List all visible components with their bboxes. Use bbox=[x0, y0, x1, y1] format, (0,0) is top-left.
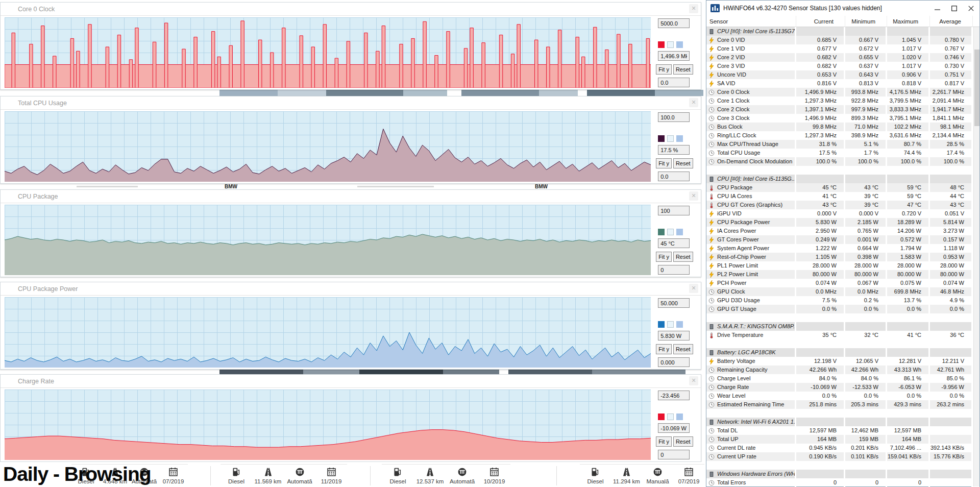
sensor-row[interactable]: Current UP rate0.190 KB/s0.101 KB/s159.0… bbox=[706, 452, 979, 461]
column-average[interactable]: Average bbox=[930, 16, 973, 27]
series-color-swatch[interactable] bbox=[658, 321, 665, 328]
close-icon[interactable]: × bbox=[689, 284, 698, 293]
sensor-row[interactable]: Bus Clock99.8 MHz71.0 MHz102.2 MHz98.1 M… bbox=[706, 123, 979, 131]
reset-button[interactable]: Reset bbox=[673, 436, 693, 447]
sensor-row[interactable]: Drive Temperature35 °C32 °C41 °C36 °C bbox=[706, 331, 979, 339]
sensor-row[interactable]: Core 1 Clock1,297.3 MHz922.8 MHz3,799.5 … bbox=[706, 96, 979, 105]
sensor-row[interactable]: Total UP164 MB159 MB164 MB bbox=[706, 435, 979, 444]
sensor-row[interactable]: Core 2 VID0.682 V0.655 V1.020 V0.746 V bbox=[706, 53, 979, 62]
sensor-row[interactable]: Wear Level0.0 %0.0 %0.0 %0.0 % bbox=[706, 392, 979, 400]
graph-title-bar[interactable]: Total CPU Usage × bbox=[1, 96, 701, 110]
table-header-row[interactable]: Sensor Current Minimum Maximum Average bbox=[706, 16, 979, 27]
background-color-swatch[interactable] bbox=[667, 321, 674, 328]
section-header-row[interactable]: CPU [#0]: Intel Core i5-1135G... bbox=[706, 175, 979, 183]
sensor-row[interactable]: iGPU VID0.000 V0.000 V0.720 V0.051 V bbox=[706, 209, 979, 218]
series-color-swatch[interactable] bbox=[658, 413, 665, 420]
sensor-row[interactable]: CPU GT Cores (Graphics)43 °C39 °C47 °C43… bbox=[706, 201, 979, 209]
sensor-row[interactable]: CPU IA Cores41 °C39 °C59 °C44 °C bbox=[706, 192, 979, 201]
column-sensor[interactable]: Sensor bbox=[706, 16, 796, 27]
graph-title-bar[interactable]: CPU Package × bbox=[1, 190, 701, 203]
sensor-row[interactable]: PL1 Power Limit28.000 W28.000 W28.000 W2… bbox=[706, 261, 979, 270]
grid-color-swatch[interactable] bbox=[676, 321, 683, 328]
graph-title-bar[interactable]: Charge Rate × bbox=[1, 375, 701, 388]
sensor-row[interactable]: Core 1 VID0.677 V0.672 V1.017 V0.767 V bbox=[706, 44, 979, 53]
scrollbar-thumb[interactable] bbox=[974, 50, 979, 126]
sensor-row[interactable]: Ring/LLC Clock1,297.3 MHz398.9 MHz3,631.… bbox=[706, 131, 979, 140]
sensor-row[interactable]: Charge Level84.0 %84.0 %86.1 %85.0 % bbox=[706, 374, 979, 383]
sensor-row[interactable]: GT Cores Power0.249 W0.001 W0.572 W0.157… bbox=[706, 235, 979, 244]
reset-button[interactable]: Reset bbox=[673, 158, 693, 168]
sensor-row[interactable]: CPU Package Power5.830 W2.185 W18.289 W5… bbox=[706, 218, 979, 227]
section-header-row[interactable]: CPU [#0]: Intel Core i5-1135G7 bbox=[706, 27, 979, 36]
sensor-row[interactable]: GPU D3D Usage7.5 %0.2 %13.7 %4.9 % bbox=[706, 296, 979, 305]
sensor-row[interactable]: Core 0 Clock1,496.9 MHz993.8 MHz4,176.5 … bbox=[706, 88, 979, 96]
current-value-input[interactable] bbox=[658, 331, 690, 340]
sensor-row[interactable]: Charge Rate-10.069 W-12.533 W-6.053 W-9.… bbox=[706, 383, 979, 392]
scale-min-input[interactable] bbox=[658, 265, 690, 275]
sensor-row[interactable]: System Agent Power1.222 W0.664 W1.794 W1… bbox=[706, 244, 979, 253]
car-listing-specs[interactable]: Diesel11.569 kmAutomată11/2019 bbox=[220, 464, 347, 486]
grid-color-swatch[interactable] bbox=[676, 135, 683, 142]
column-minimum[interactable]: Minimum bbox=[845, 16, 887, 27]
sensor-row[interactable]: Current DL rate0.945 KB/s0.201 KB/s7,102… bbox=[706, 444, 979, 452]
sensor-row[interactable]: On-Demand Clock Modulation100.0 %100.0 %… bbox=[706, 157, 979, 166]
graph-title-bar[interactable]: Core 0 Clock × bbox=[1, 3, 701, 16]
sensor-row[interactable]: Rest-of-Chip Power1.105 W0.398 W1.583 W0… bbox=[706, 253, 979, 261]
sensor-row[interactable]: Total DL12,597 MB12,462 MB12,597 MB bbox=[706, 426, 979, 435]
column-maximum[interactable]: Maximum bbox=[887, 16, 930, 27]
reset-button[interactable]: Reset bbox=[673, 64, 693, 75]
sensor-row[interactable]: Battery Voltage12.198 V12.065 V12.281 V1… bbox=[706, 357, 979, 366]
sensor-row[interactable]: Estimated Remaining Time251.8 mins205.3 … bbox=[706, 400, 979, 409]
car-listing-specs[interactable]: Diesel11.294 kmManuală07/2019 bbox=[580, 464, 704, 486]
background-color-swatch[interactable] bbox=[667, 229, 674, 235]
minimize-button[interactable] bbox=[929, 1, 946, 16]
close-icon[interactable]: × bbox=[689, 376, 698, 385]
grid-color-swatch[interactable] bbox=[676, 41, 683, 48]
sensor-row[interactable]: SA VID0.816 V0.813 V0.818 V0.817 V bbox=[706, 79, 979, 88]
reset-button[interactable]: Reset bbox=[673, 252, 693, 262]
scale-max-input[interactable] bbox=[658, 206, 690, 215]
section-header-row[interactable]: Network: Intel Wi-Fi 6 AX201 1... bbox=[706, 418, 979, 426]
sensor-row[interactable]: GPU GT Usage0.0 %0.0 %0.0 %0.0 % bbox=[706, 305, 979, 313]
sensor-row[interactable]: Uncore VID0.653 V0.643 V0.906 V0.751 V bbox=[706, 70, 979, 79]
sensor-row[interactable]: Core 3 Clock1,496.9 MHz899.3 MHz3,795.1 … bbox=[706, 114, 979, 123]
background-color-swatch[interactable] bbox=[667, 135, 674, 142]
sensor-row[interactable]: Total Errors000 bbox=[706, 478, 979, 487]
scale-min-input[interactable] bbox=[658, 78, 690, 87]
sensor-row[interactable]: Max CPU/Thread Usage31.8 %5.1 %80.7 %28.… bbox=[706, 140, 979, 149]
vertical-scrollbar[interactable] bbox=[973, 27, 979, 486]
grid-color-swatch[interactable] bbox=[676, 229, 683, 235]
background-color-swatch[interactable] bbox=[667, 413, 674, 420]
scale-min-input[interactable] bbox=[658, 357, 690, 367]
sensor-row[interactable]: Core 3 VID0.682 V0.637 V1.017 V0.730 V bbox=[706, 62, 979, 70]
close-button[interactable] bbox=[963, 1, 979, 16]
scale-min-input[interactable] bbox=[658, 450, 690, 459]
section-header-row[interactable]: Battery: LGC AP18C8K bbox=[706, 348, 979, 357]
sensor-row[interactable]: PL2 Power Limit80.000 W80.000 W80.000 W8… bbox=[706, 270, 979, 279]
grid-color-swatch[interactable] bbox=[676, 413, 683, 420]
close-icon[interactable]: × bbox=[689, 191, 698, 201]
current-value-input[interactable] bbox=[658, 145, 690, 155]
close-icon[interactable]: × bbox=[689, 98, 698, 107]
series-color-swatch[interactable] bbox=[658, 41, 665, 48]
section-header-row[interactable]: Windows Hardware Errors (WH... bbox=[706, 470, 979, 478]
sensor-row[interactable]: Remaining Capacity42.266 Wh42.266 Wh43.3… bbox=[706, 366, 979, 374]
reset-button[interactable]: Reset bbox=[673, 344, 693, 354]
section-header-row[interactable]: S.M.A.R.T.: KINGSTON OM8P... bbox=[706, 322, 979, 331]
sensor-row[interactable]: IA Cores Power2.950 W0.765 W14.206 W3.27… bbox=[706, 227, 979, 235]
current-value-input[interactable] bbox=[658, 51, 690, 61]
series-color-swatch[interactable] bbox=[658, 229, 665, 235]
scale-min-input[interactable] bbox=[658, 172, 690, 181]
sensor-row[interactable]: Total CPU Usage17.5 %1.7 %74.4 %17.4 % bbox=[706, 149, 979, 157]
fit-y-button[interactable]: Fit y bbox=[656, 252, 672, 262]
sensor-row[interactable]: Core 2 Clock1,397.1 MHz997.9 MHz3,833.3 … bbox=[706, 105, 979, 114]
series-color-swatch[interactable] bbox=[658, 135, 665, 142]
sensor-row[interactable]: GPU Clock0.0 MHz0.0 MHz699.8 MHz46.8 MHz bbox=[706, 287, 979, 296]
close-icon[interactable]: × bbox=[689, 4, 698, 13]
scale-max-input[interactable] bbox=[658, 112, 690, 122]
current-value-input[interactable] bbox=[658, 423, 690, 433]
maximize-button[interactable] bbox=[946, 1, 963, 16]
fit-y-button[interactable]: Fit y bbox=[656, 436, 672, 447]
fit-y-button[interactable]: Fit y bbox=[656, 158, 672, 168]
column-current[interactable]: Current bbox=[796, 16, 845, 27]
